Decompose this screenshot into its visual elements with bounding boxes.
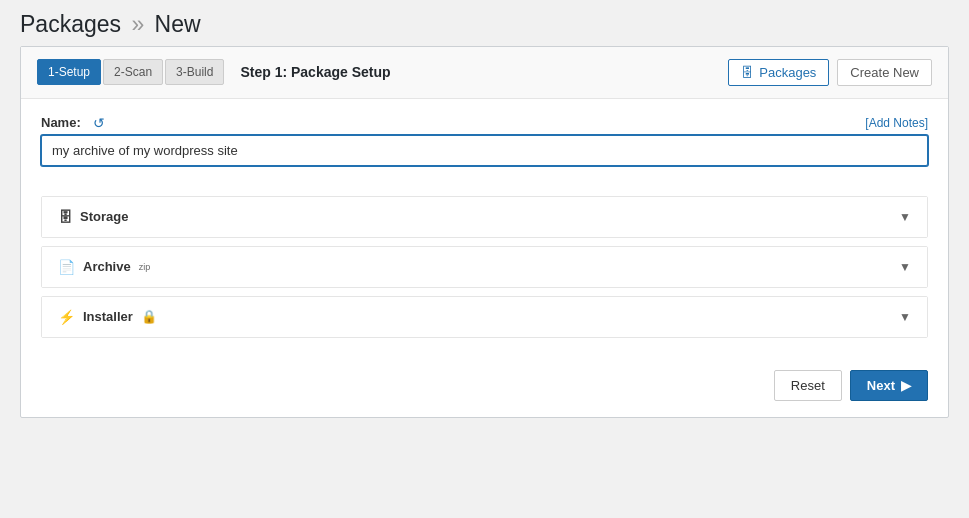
- storage-section: 🗄 Storage ▼: [41, 196, 928, 238]
- installer-icon: ⚡: [58, 309, 75, 325]
- archive-header[interactable]: 📄 Archive zip ▼: [42, 247, 927, 287]
- step-title: Step 1: Package Setup: [240, 64, 728, 80]
- installer-header[interactable]: ⚡ Installer 🔒 ▼: [42, 297, 927, 337]
- page-header: Packages » New: [0, 0, 969, 46]
- archive-chevron-icon: ▼: [899, 260, 911, 274]
- storage-chevron-icon: ▼: [899, 210, 911, 224]
- installer-lock-icon: 🔒: [141, 309, 157, 324]
- archive-label: Archive: [83, 259, 131, 274]
- name-input[interactable]: [41, 135, 928, 166]
- installer-left: ⚡ Installer 🔒: [58, 309, 157, 325]
- form-area: Name: ↺ [Add Notes]: [21, 99, 948, 196]
- step-tab-build[interactable]: 3-Build: [165, 59, 224, 85]
- installer-section: ⚡ Installer 🔒 ▼: [41, 296, 928, 338]
- footer-actions: Reset Next ▶: [21, 354, 948, 417]
- name-label-group: Name: ↺: [41, 115, 105, 131]
- page-title: Packages » New: [20, 10, 949, 40]
- step-tabs: 1-Setup 2-Scan 3-Build: [37, 59, 224, 85]
- next-button[interactable]: Next ▶: [850, 370, 928, 401]
- installer-label: Installer: [83, 309, 133, 324]
- archive-badge: zip: [139, 262, 151, 272]
- add-notes-link[interactable]: [Add Notes]: [865, 116, 928, 130]
- storage-icon: 🗄: [58, 209, 72, 225]
- packages-icon: 🗄: [741, 65, 754, 80]
- storage-header[interactable]: 🗄 Storage ▼: [42, 197, 927, 237]
- name-row: Name: ↺ [Add Notes]: [41, 115, 928, 131]
- breadcrumb-current: New: [155, 11, 201, 37]
- packages-button[interactable]: 🗄 Packages: [728, 59, 829, 86]
- next-icon: ▶: [901, 378, 911, 393]
- create-new-button[interactable]: Create New: [837, 59, 932, 86]
- next-button-label: Next: [867, 378, 895, 393]
- installer-chevron-icon: ▼: [899, 310, 911, 324]
- step-tab-scan[interactable]: 2-Scan: [103, 59, 163, 85]
- storage-left: 🗄 Storage: [58, 209, 128, 225]
- reset-button[interactable]: Reset: [774, 370, 842, 401]
- main-content: 1-Setup 2-Scan 3-Build Step 1: Package S…: [20, 46, 949, 418]
- sections-area: 🗄 Storage ▼ 📄 Archive zip ▼ ⚡: [21, 196, 948, 354]
- name-field-wrapper: Name: ↺ [Add Notes]: [41, 115, 928, 166]
- reset-name-icon[interactable]: ↺: [93, 115, 105, 131]
- archive-icon: 📄: [58, 259, 75, 275]
- storage-label: Storage: [80, 209, 128, 224]
- toolbar: 1-Setup 2-Scan 3-Build Step 1: Package S…: [21, 47, 948, 99]
- name-label: Name:: [41, 115, 81, 130]
- archive-section: 📄 Archive zip ▼: [41, 246, 928, 288]
- packages-button-label: Packages: [759, 65, 816, 80]
- breadcrumb-parent: Packages: [20, 11, 121, 37]
- toolbar-actions: 🗄 Packages Create New: [728, 59, 932, 86]
- breadcrumb-separator: »: [131, 11, 144, 37]
- archive-left: 📄 Archive zip: [58, 259, 150, 275]
- step-tab-setup[interactable]: 1-Setup: [37, 59, 101, 85]
